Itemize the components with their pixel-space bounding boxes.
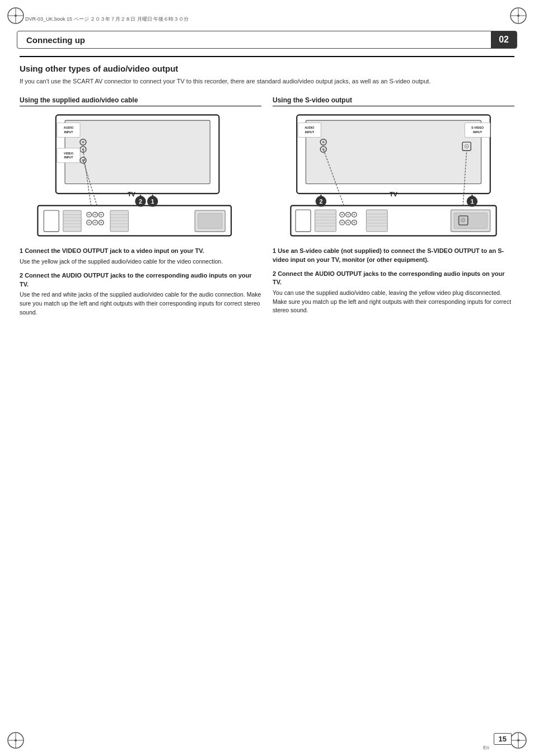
right-diagram-svg: TV AUDIO INPUT S-VIDEO INPUT	[273, 112, 514, 239]
svg-point-92	[341, 213, 343, 215]
svg-text:AUDIO: AUDIO	[305, 126, 314, 129]
corner-decoration-tl	[4, 4, 27, 27]
svg-text:1: 1	[151, 198, 154, 205]
svg-text:INPUT: INPUT	[305, 130, 315, 133]
right-step1-heading: 1 Use an S-video cable (not supplied) to…	[273, 247, 514, 264]
header-bar: Connecting up 02	[17, 31, 517, 49]
svg-rect-45	[110, 210, 128, 232]
svg-point-82	[466, 145, 467, 147]
right-col-title: Using the S-video output	[273, 96, 514, 106]
top-rule	[20, 56, 514, 57]
left-step2-heading: 2 Connect the AUDIO OUTPUT jacks to the …	[20, 271, 261, 289]
svg-rect-85	[315, 209, 336, 231]
svg-text:INPUT: INPUT	[64, 130, 73, 133]
section-title: Using other types of audio/video output	[20, 64, 514, 73]
left-column: Using the supplied audio/video cable TV …	[20, 96, 261, 323]
left-step1: 1 Connect the VIDEO OUTPUT jack to a vid…	[20, 247, 261, 266]
svg-point-96	[353, 213, 355, 215]
svg-text:TV: TV	[128, 191, 136, 198]
right-column: Using the S-video output TV AUDIO INPUT	[273, 96, 514, 323]
svg-text:AUDIO: AUDIO	[64, 126, 73, 129]
left-col-title: Using the supplied audio/video cable	[20, 96, 261, 106]
section-description: If you can't use the SCART AV connector …	[20, 77, 514, 86]
page-title: Connecting up	[17, 35, 491, 45]
right-step2: 2 Connect the AUDIO OUTPUT jacks to the …	[273, 270, 514, 315]
right-step2-text: You can use the supplied audio/video cab…	[273, 289, 514, 315]
svg-point-56	[100, 222, 102, 223]
left-step2-text: Use the red and white jacks of the suppl…	[20, 290, 261, 317]
corner-decoration-tr	[507, 4, 530, 27]
corner-decoration-bl	[4, 729, 27, 752]
svg-point-3	[15, 15, 17, 17]
svg-point-94	[347, 213, 349, 215]
svg-text:2: 2	[319, 198, 322, 205]
svg-point-113	[462, 219, 463, 220]
svg-rect-33	[63, 210, 81, 232]
main-content: Using other types of audio/video output …	[20, 56, 514, 728]
svg-point-15	[517, 739, 519, 741]
svg-point-106	[347, 222, 349, 223]
svg-text:VIDEO: VIDEO	[64, 151, 73, 154]
page-en: En	[483, 745, 489, 750]
svg-point-40	[88, 213, 90, 215]
page-number: 15	[494, 733, 512, 745]
right-step1: 1 Use an S-video cable (not supplied) to…	[273, 247, 514, 264]
svg-point-52	[88, 222, 90, 223]
svg-text:2: 2	[139, 198, 142, 205]
svg-text:TV: TV	[390, 191, 398, 198]
svg-point-11	[15, 739, 17, 741]
svg-point-74	[322, 140, 325, 143]
svg-rect-84	[296, 209, 311, 231]
left-diagram: TV AUDIO INPUT VIDEO INPUT	[20, 112, 261, 241]
left-step2: 2 Connect the AUDIO OUTPUT jacks to the …	[20, 271, 261, 317]
right-diagram: TV AUDIO INPUT S-VIDEO INPUT	[273, 112, 514, 241]
svg-text:INPUT: INPUT	[473, 130, 483, 133]
svg-point-44	[100, 213, 102, 215]
svg-point-42	[94, 213, 96, 215]
svg-text:1: 1	[470, 198, 474, 205]
svg-rect-97	[366, 209, 387, 231]
svg-rect-58	[198, 213, 222, 228]
svg-rect-32	[44, 210, 59, 232]
chapter-badge: 02	[491, 31, 517, 48]
two-column-layout: Using the supplied audio/video cable TV …	[20, 96, 514, 323]
right-step2-heading: 2 Connect the AUDIO OUTPUT jacks to the …	[273, 270, 514, 287]
left-diagram-svg: TV AUDIO INPUT VIDEO INPUT	[20, 112, 261, 239]
svg-text:S-VIDEO: S-VIDEO	[471, 126, 484, 129]
svg-point-108	[353, 222, 355, 223]
svg-text:INPUT: INPUT	[64, 156, 73, 159]
svg-point-23	[82, 140, 84, 143]
left-step1-text: Use the yellow jack of the supplied audi…	[20, 257, 261, 266]
svg-point-7	[517, 15, 519, 17]
svg-point-54	[94, 222, 96, 223]
left-step1-heading: 1 Connect the VIDEO OUTPUT jack to a vid…	[20, 247, 261, 255]
svg-point-104	[341, 222, 343, 223]
file-info: DVR-03_UK.book 15 ページ ２０３年７月２８日 月曜日 午後６時…	[25, 16, 189, 23]
